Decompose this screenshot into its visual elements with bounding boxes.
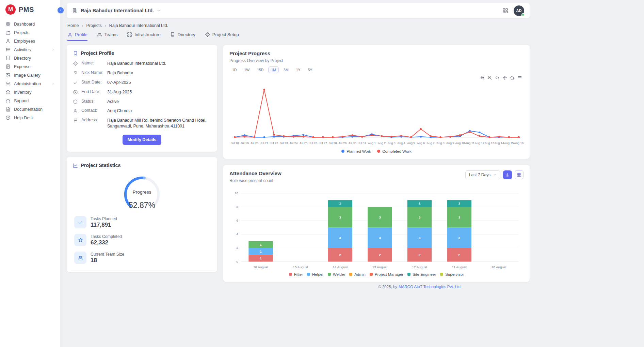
company-selector[interactable]: Raja Bahadur International Ltd. <box>72 8 161 14</box>
check-icon <box>73 80 78 85</box>
svg-text:2: 2 <box>458 253 460 257</box>
sidebar-item-directory[interactable]: Directory <box>0 54 60 62</box>
logo-badge: M <box>5 4 16 15</box>
apps-grid-icon[interactable] <box>502 8 508 14</box>
sidebar-item-administration[interactable]: Administration <box>0 79 60 88</box>
sidebar-item-projects[interactable]: Projects <box>0 28 60 37</box>
svg-text:Jul 21: Jul 21 <box>260 141 268 145</box>
tab-directory[interactable]: Directory <box>170 32 195 41</box>
sidebar-item-activities[interactable]: Activities <box>0 45 60 54</box>
legend-label: Planned Work <box>347 149 371 153</box>
people-icon <box>74 252 86 264</box>
breadcrumb-home[interactable]: Home <box>67 23 79 28</box>
svg-text:6: 6 <box>237 218 238 222</box>
tab-bar: Profile Teams Infrastructure Directory P… <box>67 32 530 41</box>
tab-project-setup[interactable]: Project Setup <box>205 32 239 41</box>
breadcrumb-current: Raja Bahadur International Ltd. <box>109 23 168 28</box>
box-icon <box>5 90 11 95</box>
legend-item-project-manager[interactable]: Project Manager <box>370 272 403 276</box>
attendance-bar-chart[interactable]: 024681016 August11115 August14 August233… <box>229 190 524 271</box>
home-icon[interactable] <box>510 75 515 80</box>
sidebar-item-employees[interactable]: Employees <box>0 37 60 45</box>
field-contact: Contact: Anuj Chordia <box>73 108 211 114</box>
bar-chart-icon <box>505 172 510 177</box>
chevron-right-icon <box>51 48 55 51</box>
sidebar-collapse-button[interactable] <box>58 7 64 13</box>
card-title: Project Profile <box>81 50 114 56</box>
attendance-chart-legend: FitterHelperWelderAdminProject ManagerSi… <box>229 272 524 276</box>
progress-line-chart[interactable]: Jul 18Jul 19Jul 20Jul 21Jul 22Jul 23Jul … <box>229 80 524 148</box>
range-1w[interactable]: 1W <box>241 66 252 73</box>
tab-teams[interactable]: Teams <box>97 32 117 41</box>
app-root: M PMS Dashboard Projects Employees Activ… <box>0 0 644 347</box>
list-icon <box>5 47 11 52</box>
legend-item-site-engineer[interactable]: Site Engineer <box>407 272 436 276</box>
sidebar-item-inventory[interactable]: Inventory <box>0 88 60 96</box>
modify-details-button[interactable]: Modify Details <box>123 135 162 145</box>
footer-link[interactable]: MARCO AIoT Technologies Pvt. Ltd. <box>399 285 462 289</box>
sidebar-item-expense[interactable]: Expense <box>0 62 60 71</box>
user-avatar[interactable]: AD <box>514 5 524 16</box>
legend-item-helper[interactable]: Helper <box>307 272 324 276</box>
zoom-in-icon[interactable] <box>480 75 485 80</box>
svg-text:10: 10 <box>235 191 238 195</box>
range-3m[interactable]: 3M <box>281 66 291 73</box>
sidebar-item-dashboard[interactable]: Dashboard <box>0 20 60 28</box>
field-address: Address: Raja Bahadur Mill Rd, behind Sh… <box>73 118 211 129</box>
legend-swatch <box>341 150 344 153</box>
range-1d[interactable]: 1D <box>229 66 239 73</box>
svg-text:Jul 20: Jul 20 <box>251 141 259 145</box>
svg-text:Aug 13: Aug 13 <box>485 141 494 145</box>
stat-current-team-size: Current Team Size 18 <box>73 249 211 267</box>
gear-icon <box>5 81 11 86</box>
gauge-label: Progress <box>133 190 151 195</box>
svg-text:Aug 5: Aug 5 <box>407 141 415 145</box>
sidebar-item-support[interactable]: Support <box>0 96 60 105</box>
pan-icon[interactable] <box>502 75 507 80</box>
breadcrumb: Home › Projects › Raja Bahadur Internati… <box>67 23 529 28</box>
svg-text:Aug 3: Aug 3 <box>387 141 395 145</box>
range-1m[interactable]: 1M <box>268 66 279 73</box>
legend-item-supervisor[interactable]: Supervisor <box>440 272 464 276</box>
chart-view-toggle[interactable] <box>503 170 512 179</box>
menu-icon[interactable] <box>517 75 522 80</box>
book-icon <box>170 32 175 37</box>
zoom-out-icon[interactable] <box>487 75 492 80</box>
logo-text: PMS <box>19 6 34 14</box>
shield-icon <box>73 99 78 104</box>
legend-item-planned-work[interactable]: Planned Work <box>341 149 371 153</box>
svg-text:Aug 10: Aug 10 <box>455 141 465 145</box>
range-1y[interactable]: 1Y <box>293 66 303 73</box>
sidebar-item-label: Projects <box>14 30 29 35</box>
sidebar-item-label: Image Gallery <box>14 73 41 78</box>
breadcrumb-projects[interactable]: Projects <box>86 23 102 28</box>
chart-toolbar <box>231 75 522 80</box>
svg-text:16 August: 16 August <box>253 265 268 269</box>
table-view-toggle[interactable] <box>515 170 524 179</box>
sidebar-item-documentation[interactable]: Documentation <box>0 105 60 114</box>
card-title: Attendance Overview <box>229 170 281 176</box>
svg-text:Aug 16: Aug 16 <box>514 141 524 145</box>
field-value: Active <box>107 99 211 105</box>
tab-profile[interactable]: Profile <box>67 32 87 41</box>
legend-item-fitter[interactable]: Fitter <box>289 272 303 276</box>
legend-item-completed-work[interactable]: Completed Work <box>377 149 411 153</box>
tab-infrastructure[interactable]: Infrastructure <box>127 32 161 41</box>
tab-label: Profile <box>75 32 87 37</box>
sidebar-item-image-gallery[interactable]: Image Gallery <box>0 71 60 79</box>
box-zoom-icon[interactable] <box>495 75 500 80</box>
sidebar-item-label: Expense <box>14 64 31 69</box>
progress-chart-legend: Planned WorkCompleted Work <box>229 149 524 153</box>
app-logo[interactable]: M PMS <box>0 0 60 20</box>
svg-text:3: 3 <box>379 236 381 239</box>
svg-text:Jul 30: Jul 30 <box>348 141 356 145</box>
tab-label: Infrastructure <box>134 32 161 37</box>
range-15d[interactable]: 15D <box>254 66 266 73</box>
sidebar-item-help-desk[interactable]: Help Desk <box>0 114 60 122</box>
sidebar-item-label: Administration <box>14 81 41 86</box>
legend-item-welder[interactable]: Welder <box>328 272 345 276</box>
range-5y[interactable]: 5Y <box>305 66 315 73</box>
legend-item-admin[interactable]: Admin <box>349 272 366 276</box>
stat-tasks-completed: Tasks Completed 62,332 <box>73 231 211 249</box>
date-range-select[interactable]: Last 7 Days <box>465 170 500 179</box>
